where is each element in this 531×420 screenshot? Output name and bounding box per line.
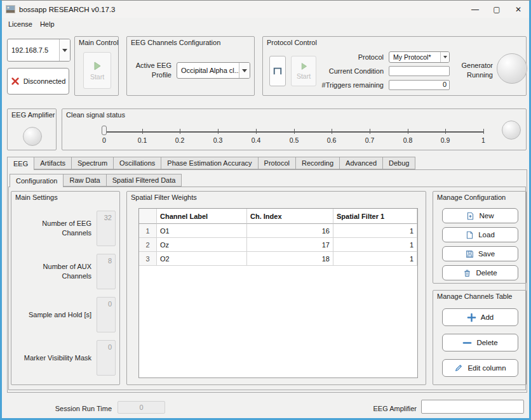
tick-label: 0.7 [362, 136, 377, 144]
eeg-amplifier-status-field[interactable] [421, 400, 524, 414]
tick-label: 0 [97, 136, 112, 144]
tick-mark [370, 129, 370, 134]
delete-config-button[interactable]: Delete [442, 265, 518, 280]
delete-row-button[interactable]: Delete [442, 334, 518, 351]
sub-tab-bar: Configuration Raw Data Spatial Filtered … [10, 174, 182, 187]
session-run-time-label: Session Run Time [51, 405, 112, 412]
edit-column-button[interactable]: Edit column [442, 359, 518, 377]
maximize-button[interactable]: ▢ [486, 1, 507, 18]
table-cell-filter[interactable]: 1 [333, 238, 417, 252]
num-eeg-channels-field: 32 [97, 211, 116, 246]
generator-running-label: Generator Running [451, 61, 493, 80]
ip-dropdown-button[interactable] [59, 39, 70, 61]
menu-help[interactable]: Help [37, 19, 58, 29]
load-button[interactable]: Load [442, 227, 518, 242]
tab-protocol[interactable]: Protocol [258, 157, 296, 169]
minus-icon [462, 338, 472, 348]
new-button[interactable]: New [442, 208, 518, 223]
active-eeg-profile-combo[interactable]: Occipital Alpha cl... [177, 62, 250, 79]
menu-license[interactable]: License [5, 19, 36, 29]
spatial-filter-table: Channel Label Ch. Index Spatial Filter 1… [138, 208, 418, 378]
pencil-icon [454, 364, 463, 372]
main-settings-title: Main Settings [15, 194, 58, 201]
num-aux-channels-label: Number of AUX Channels [17, 262, 91, 281]
row-number: 1 [139, 224, 157, 238]
main-settings-group: Main Settings Number of EEG Channels 32 … [11, 191, 120, 385]
tick-mark [218, 129, 218, 134]
pulse-button[interactable] [269, 56, 286, 86]
current-condition-label: Current Condition [301, 67, 384, 75]
col-spatial-filter-1: Spatial Filter 1 [333, 209, 417, 224]
tab-eeg[interactable]: EEG [7, 157, 34, 170]
ip-address-combo[interactable]: 192.168.7.5 [7, 39, 71, 62]
tick-mark [256, 129, 257, 134]
close-button[interactable]: ✕ [507, 1, 529, 18]
table-cell-index[interactable]: 16 [247, 224, 333, 238]
tick-label: 0.2 [172, 136, 187, 144]
table-cell-channel[interactable]: O1 [157, 224, 247, 238]
main-start-button[interactable]: Start [83, 52, 111, 89]
tab-oscillations[interactable]: Oscillations [113, 157, 161, 169]
manage-configuration-title: Manage Configuration [437, 194, 506, 201]
protocol-label: Protocol [301, 53, 384, 61]
trash-icon [463, 269, 471, 277]
tab-recording[interactable]: Recording [295, 157, 340, 169]
tab-advanced[interactable]: Advanced [339, 157, 383, 169]
clean-signal-lamp [502, 121, 521, 140]
eeg-channels-config-title: EEG Channels Configuration [131, 39, 220, 46]
generator-running-lamp [497, 53, 527, 84]
tab-phase-estimation-accuracy[interactable]: Phase Estimation Accuracy [161, 157, 258, 169]
eeg-channels-row: Number of EEG Channels 32 [17, 211, 116, 246]
signal-slider-thumb[interactable] [102, 126, 107, 135]
minimize-button[interactable]: — [464, 1, 486, 18]
new-label: New [479, 212, 494, 220]
tick-mark [142, 129, 143, 134]
table-cell-filter[interactable]: 1 [333, 224, 417, 238]
table-cell-channel[interactable]: O2 [157, 252, 247, 266]
main-tab-bar: EEG Artifacts Spectrum Oscillations Phas… [7, 157, 415, 170]
current-condition-field[interactable] [389, 66, 450, 76]
app-window: bossapp RESEARCH v0.17.3 — ▢ ✕ License H… [0, 0, 531, 420]
subtab-configuration[interactable]: Configuration [10, 174, 64, 187]
save-button[interactable]: Save [442, 246, 518, 261]
table-corner-cell [139, 209, 157, 224]
tick-label: 0.8 [400, 136, 415, 144]
menu-bar: License Help [2, 18, 529, 30]
tick-label: 0.6 [324, 136, 339, 144]
disconnected-button[interactable]: Disconnected [7, 68, 69, 95]
add-row-button[interactable]: Add [442, 308, 518, 326]
triggers-remaining-field[interactable]: 0 [389, 80, 450, 90]
eeg-amplifier-lamp [23, 127, 42, 146]
subtab-raw-data[interactable]: Raw Data [63, 174, 106, 187]
eeg-amplifier-group: EEG Amplifier [7, 108, 57, 150]
num-eeg-channels-label: Number of EEG Channels [17, 219, 91, 238]
protocol-combo[interactable]: My Protocol* [389, 51, 450, 63]
marker-visibility-field: 0 [97, 340, 116, 376]
marker-visibility-row: Marker Visibility Mask 0 [17, 340, 116, 376]
tab-debug[interactable]: Debug [382, 157, 415, 169]
table-cell-channel[interactable]: Oz [157, 238, 247, 252]
table-cell-index[interactable]: 17 [247, 238, 333, 252]
protocol-dropdown-button[interactable] [440, 52, 449, 62]
chevron-down-icon [443, 56, 447, 58]
eeg-amplifier-title: EEG Amplifier [11, 111, 55, 119]
chevron-down-icon [242, 69, 247, 72]
manage-channels-title: Manage Channels Table [437, 292, 512, 300]
table-cell-index[interactable]: 18 [247, 252, 333, 266]
load-label: Load [478, 231, 495, 239]
subtab-spatial-filtered-data[interactable]: Spatial Filtered Data [106, 174, 182, 187]
tick-label: 0.4 [248, 136, 264, 144]
ip-address-value: 192.168.7.5 [8, 46, 59, 54]
save-label: Save [478, 250, 495, 258]
table-cell-filter[interactable]: 1 [333, 252, 417, 266]
profile-dropdown-button[interactable] [239, 63, 250, 78]
disconnect-x-icon [11, 77, 20, 86]
tab-artifacts[interactable]: Artifacts [34, 157, 72, 169]
session-run-time-field: 0 [118, 401, 165, 414]
tick-mark [294, 129, 295, 134]
eeg-channels-config-group: EEG Channels Configuration Active EEG Pr… [126, 36, 255, 96]
col-channel-label: Channel Label [157, 209, 247, 224]
tick-mark [445, 129, 446, 134]
marker-visibility-label: Marker Visibility Mask [17, 353, 91, 363]
tab-spectrum[interactable]: Spectrum [71, 157, 114, 169]
